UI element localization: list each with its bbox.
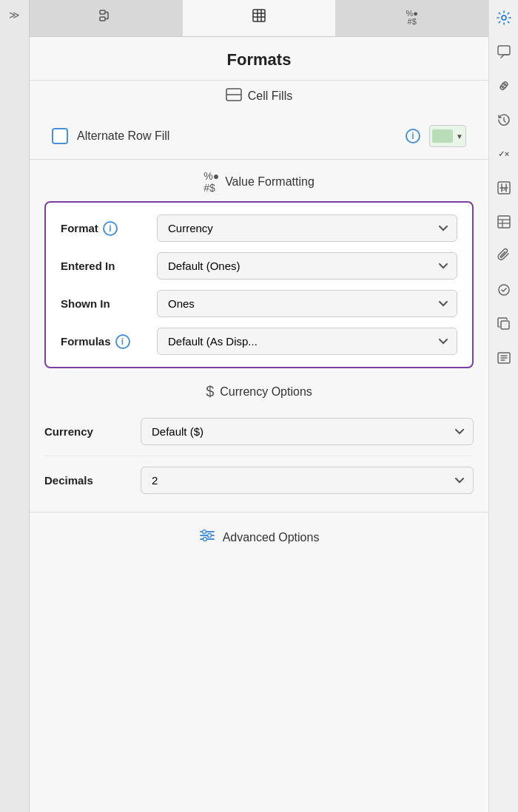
svg-rect-0 [100, 10, 105, 14]
sliders-icon [199, 529, 215, 546]
format-label: Format i [61, 221, 157, 236]
format-select-wrapper: Currency Number Percent Text Date Time [157, 214, 457, 242]
decimals-row: Decimals 0 1 2 3 4 [44, 456, 474, 504]
currency-options-header: $ Currency Options [30, 368, 488, 407]
currency-options-section: Currency Default ($) USD EUR GBP JPY Dec… [44, 407, 474, 504]
shown-in-select[interactable]: Ones Thousands Millions Billions [157, 290, 457, 317]
value-formatting-label: Value Formatting [225, 175, 314, 189]
currency-select-wrapper: Default ($) USD EUR GBP JPY [141, 418, 474, 445]
alternate-row-fill-row: Alternate Row Fill i ▼ [30, 113, 488, 159]
cell-fills-header: Cell Fills [30, 81, 488, 113]
currency-row: Currency Default ($) USD EUR GBP JPY [44, 407, 474, 456]
collapse-button[interactable]: ≫ [0, 0, 30, 812]
value-formatting-header: %●#$ Value Formatting [30, 160, 488, 201]
svg-rect-5 [253, 10, 265, 21]
alternate-row-info-icon[interactable]: i [406, 129, 420, 143]
check-circle-icon[interactable] [494, 280, 514, 300]
formula-icon[interactable]: ✓× [494, 143, 514, 164]
svg-point-15 [202, 530, 206, 534]
advanced-options-button[interactable]: Advanced Options [30, 512, 488, 553]
tab-hierarchy[interactable] [30, 0, 183, 36]
shown-in-label: Shown In [61, 297, 157, 310]
entered-in-select-wrapper: Default (Ones) Thousands Millions Billio… [157, 252, 457, 280]
cell-fills-label: Cell Fills [248, 89, 292, 103]
entered-in-label: Entered In [61, 260, 157, 272]
svg-point-17 [203, 538, 206, 541]
currency-label: Currency [44, 425, 141, 438]
page-title: Formats [30, 37, 488, 80]
cell-fills-icon [226, 88, 242, 104]
dollar-icon: $ [206, 383, 214, 400]
color-swatch-button[interactable]: ▼ [429, 125, 466, 147]
clip-icon[interactable] [494, 246, 514, 266]
function-icon[interactable]: fx [494, 177, 514, 198]
shown-in-select-wrapper: Ones Thousands Millions Billions [157, 290, 457, 317]
decimals-select-wrapper: 0 1 2 3 4 [141, 467, 474, 494]
copy-icon[interactable] [494, 314, 514, 334]
svg-rect-1 [100, 17, 105, 21]
decimals-select[interactable]: 0 1 2 3 4 [141, 467, 474, 494]
svg-point-16 [207, 534, 211, 538]
svg-rect-22 [498, 216, 510, 228]
history-icon[interactable] [494, 109, 514, 130]
svg-rect-19 [498, 46, 510, 55]
formulas-select[interactable]: Default (As Disp... Ones Thousands Milli… [157, 328, 457, 355]
value-format-icon: %●#$ [204, 170, 219, 194]
content-area: Formats Cell Fills Alternate Row Fill i … [30, 37, 488, 812]
color-swatch-chevron: ▼ [456, 132, 463, 141]
collapse-icon: ≫ [9, 9, 20, 21]
alternate-row-label: Alternate Row Fill [77, 129, 397, 143]
color-swatch [432, 129, 453, 143]
entered-in-select[interactable]: Default (Ones) Thousands Millions Billio… [157, 252, 457, 280]
formulas-label: Formulas i [61, 334, 157, 349]
tab-format[interactable]: %● #$ [335, 0, 488, 36]
svg-point-18 [502, 16, 506, 20]
currency-select[interactable]: Default ($) USD EUR GBP JPY [141, 418, 474, 445]
comment-icon[interactable] [494, 41, 514, 62]
currency-options-label: Currency Options [220, 385, 312, 399]
decimals-label: Decimals [44, 474, 141, 487]
svg-text:fx: fx [501, 186, 505, 192]
formulas-select-wrapper: Default (As Disp... Ones Thousands Milli… [157, 328, 457, 355]
formulas-info-icon[interactable]: i [115, 334, 130, 349]
grid-icon [251, 7, 267, 27]
format-tab-icon: %● #$ [406, 10, 417, 26]
right-sidebar: ✓× fx [488, 0, 518, 812]
format-row-format: Format i Currency Number Percent Text Da… [61, 214, 457, 242]
table-icon[interactable] [494, 212, 514, 232]
main-panel: %● #$ Formats Cell Fills Alternate Row F… [30, 0, 488, 812]
format-options-box: Format i Currency Number Percent Text Da… [44, 201, 474, 368]
gear-icon[interactable] [494, 7, 514, 28]
format-row-entered-in: Entered In Default (Ones) Thousands Mill… [61, 252, 457, 280]
format-select[interactable]: Currency Number Percent Text Date Time [157, 214, 457, 242]
tab-grid[interactable] [183, 0, 336, 36]
format-row-shown-in: Shown In Ones Thousands Millions Billion… [61, 290, 457, 317]
list-icon[interactable] [494, 348, 514, 368]
tab-bar: %● #$ [30, 0, 488, 37]
alternate-row-checkbox[interactable] [52, 128, 68, 144]
link-icon[interactable] [494, 75, 514, 96]
hierarchy-icon [98, 7, 114, 27]
svg-rect-27 [501, 321, 509, 329]
advanced-options-label: Advanced Options [223, 531, 320, 544]
format-info-icon[interactable]: i [103, 221, 118, 236]
format-row-formulas: Formulas i Default (As Disp... Ones Thou… [61, 328, 457, 355]
